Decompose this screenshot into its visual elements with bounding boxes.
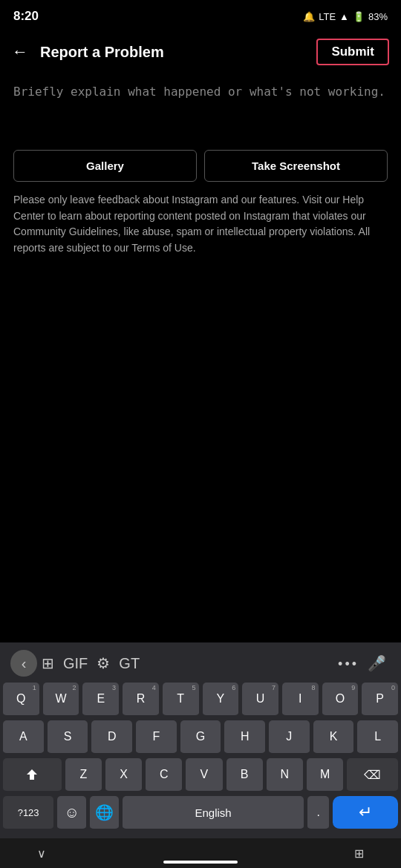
sticker-button[interactable]: ⊞ [37, 653, 59, 674]
key-l[interactable]: L [357, 720, 398, 754]
sticker-icon: ⊞ [42, 655, 54, 671]
bottom-nav: ∨ ⊞ [0, 838, 401, 868]
enter-key[interactable]: ↵ [333, 796, 398, 830]
left-chevron-icon: ‹ [22, 655, 27, 672]
key-f[interactable]: F [136, 720, 177, 754]
gear-icon: ⚙ [97, 655, 110, 671]
battery-percent: 83% [368, 11, 388, 22]
nav-menu-button[interactable]: ⊞ [354, 846, 364, 861]
key-n[interactable]: N [267, 758, 303, 792]
translate-icon: GT [119, 655, 140, 671]
nav-menu-icon: ⊞ [354, 847, 364, 860]
key-p[interactable]: P0 [362, 683, 398, 717]
alarm-icon: 🔔 [303, 11, 315, 22]
status-bar: 8:20 🔔 LTE ▲ 🔋 83% [0, 0, 401, 30]
key-e[interactable]: E3 [82, 683, 119, 717]
key-y[interactable]: Y6 [203, 683, 239, 717]
description-input[interactable] [13, 83, 388, 137]
main-content: Gallery Take Screenshot Please only leav… [0, 74, 401, 257]
key-r[interactable]: R4 [123, 683, 159, 717]
mic-button[interactable]: 🎤 [363, 653, 391, 674]
key-k[interactable]: K [313, 720, 354, 754]
period-key[interactable]: . [307, 796, 329, 830]
key-c[interactable]: C [146, 758, 182, 792]
nav-back-icon: ∨ [37, 847, 46, 860]
dots-icon: ••• [338, 657, 359, 671]
nav-back-button[interactable]: ∨ [37, 846, 46, 861]
key-b[interactable]: B [226, 758, 263, 792]
key-a[interactable]: A [3, 720, 44, 754]
key-q[interactable]: Q1 [3, 683, 39, 717]
keyboard-row-2: A S D F G H J K L [3, 720, 398, 754]
lte-icon: LTE [319, 11, 336, 22]
globe-key[interactable]: 🌐 [90, 796, 119, 830]
key-z[interactable]: Z [65, 758, 102, 792]
attachment-buttons: Gallery Take Screenshot [13, 150, 388, 182]
key-u[interactable]: U7 [242, 683, 278, 717]
header: ← Report a Problem Submit [0, 30, 401, 74]
num-key[interactable]: ?123 [3, 796, 53, 830]
backspace-key[interactable]: ⌫ [347, 758, 398, 792]
key-v[interactable]: V [186, 758, 222, 792]
key-d[interactable]: D [91, 720, 132, 754]
settings-button[interactable]: ⚙ [92, 653, 114, 674]
gif-icon: GIF [63, 655, 88, 671]
back-button[interactable]: ← [12, 42, 28, 62]
keyboard-row-4: ?123 ☺ 🌐 English . ↵ [3, 796, 398, 830]
key-h[interactable]: H [224, 720, 265, 754]
keyboard-row-3: Z X C V B N M ⌫ [3, 758, 398, 792]
key-g[interactable]: G [180, 720, 221, 754]
space-key[interactable]: English [123, 796, 304, 830]
submit-button[interactable]: Submit [316, 39, 389, 65]
key-j[interactable]: J [269, 720, 310, 754]
page-title: Report a Problem [40, 44, 164, 61]
key-m[interactable]: M [307, 758, 343, 792]
more-options-button[interactable]: ••• [333, 654, 363, 674]
battery-icon: 🔋 [353, 11, 365, 22]
keyboard: ‹ ⊞ GIF ⚙ GT ••• 🎤 Q1 W2 E3 R4 T5 Y6 U7 … [0, 642, 401, 838]
signal-icon: ▲ [339, 11, 349, 22]
key-t[interactable]: T5 [163, 683, 199, 717]
info-text: Please only leave feedback about Instagr… [13, 192, 388, 257]
key-x[interactable]: X [105, 758, 142, 792]
gif-button[interactable]: GIF [59, 654, 92, 674]
translate-button[interactable]: GT [114, 654, 144, 674]
status-time: 8:20 [13, 9, 39, 24]
shift-key[interactable] [3, 758, 62, 792]
key-w[interactable]: W2 [43, 683, 79, 717]
keyboard-row-1: Q1 W2 E3 R4 T5 Y6 U7 I8 O9 P0 [3, 683, 398, 717]
key-i[interactable]: I8 [282, 683, 319, 717]
status-icons: 🔔 LTE ▲ 🔋 83% [303, 11, 388, 22]
emoji-key[interactable]: ☺ [57, 796, 86, 830]
gallery-button[interactable]: Gallery [13, 150, 197, 182]
home-indicator [163, 861, 238, 864]
header-left: ← Report a Problem [12, 42, 164, 62]
key-o[interactable]: O9 [322, 683, 359, 717]
keyboard-toolbar: ‹ ⊞ GIF ⚙ GT ••• 🎤 [3, 647, 398, 683]
key-s[interactable]: S [48, 720, 88, 754]
screenshot-button[interactable]: Take Screenshot [204, 150, 388, 182]
keyboard-collapse-button[interactable]: ‹ [10, 650, 37, 677]
microphone-icon: 🎤 [368, 655, 386, 671]
